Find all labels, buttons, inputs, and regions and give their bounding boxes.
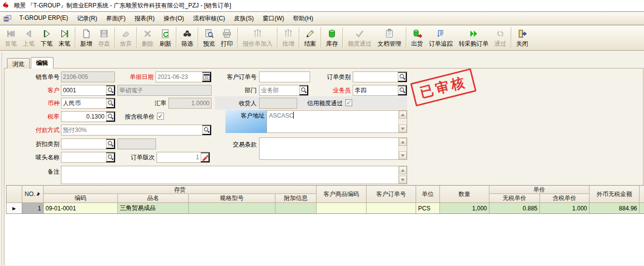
cell-spec[interactable] [189, 203, 275, 214]
tax-incl-checkbox[interactable] [157, 113, 164, 120]
payment-field[interactable] [61, 125, 212, 135]
salesman-input[interactable] [353, 85, 398, 95]
credit-pass-checkbox[interactable] [345, 99, 352, 106]
order-type-lookup-button[interactable] [398, 72, 407, 82]
salesman-field[interactable] [353, 85, 407, 96]
col-header-cust-order[interactable]: 客户订单号 [367, 186, 416, 203]
toolbar-button-inventory[interactable]: 库存 [323, 26, 341, 49]
tab-browse[interactable]: 浏览 [7, 58, 30, 68]
col-header-code[interactable]: 编码 [44, 194, 118, 203]
menu-item-2[interactable]: 界面(F) [102, 12, 130, 25]
cell-fc-amount[interactable]: 884.96 [590, 203, 640, 214]
cust-order-no-input[interactable] [260, 72, 310, 82]
cell-cust-order[interactable] [367, 203, 416, 214]
tax-rate-lookup-button[interactable] [106, 112, 115, 122]
menu-item-3[interactable]: 报表(R) [130, 12, 159, 25]
col-header-spec[interactable]: 规格型号 [189, 194, 275, 203]
cell-name[interactable]: 三角贸易成品 [118, 203, 189, 214]
order-type-input[interactable] [353, 72, 398, 82]
tax-rate-input[interactable] [61, 112, 106, 122]
menu-item-5[interactable]: 流程审核(C) [188, 12, 229, 25]
mark-name-lookup-button[interactable] [106, 152, 115, 162]
menu-item-4[interactable]: 操作(O) [159, 12, 188, 25]
toolbar-button-preview[interactable]: 预览 [200, 26, 218, 49]
menu-item-6[interactable]: 皮肤(S) [229, 12, 258, 25]
customer-code-field[interactable] [61, 85, 115, 96]
cust-addr-field[interactable]: ASCASC [267, 110, 407, 133]
cell-extra[interactable] [275, 203, 317, 214]
scroll-down-button[interactable] [399, 125, 407, 133]
col-header-fc-amount[interactable]: 外币无税金额 [590, 186, 640, 203]
cell-price-no-tax[interactable]: 0.885 [489, 203, 540, 214]
discount-type-input[interactable] [61, 139, 106, 149]
discount-lookup-button[interactable] [106, 139, 115, 149]
cell-unit[interactable]: PCS [416, 203, 440, 214]
col-header-price-no-tax[interactable]: 无税单价 [489, 194, 540, 203]
cell-price-tax[interactable]: 1.000 [540, 203, 590, 214]
trade-terms-text[interactable] [260, 138, 398, 159]
dept-field[interactable] [259, 85, 309, 96]
scroll-down-button[interactable] [399, 151, 407, 159]
col-header-price-tax[interactable]: 含税单价 [540, 194, 590, 203]
order-ver-input[interactable] [157, 152, 201, 162]
currency-lookup-button[interactable] [106, 98, 115, 108]
row-selector-cell[interactable]: ▶ [6, 203, 22, 214]
toolbar-button-next[interactable]: 下笔 [38, 26, 55, 49]
col-header-qty[interactable]: 数量 [440, 186, 489, 203]
menu-item-8[interactable]: 帮助(H) [288, 12, 318, 25]
customer-code-input[interactable] [61, 85, 106, 95]
cell-code[interactable]: 09-01-0001 [44, 203, 118, 214]
order-ver-field[interactable] [157, 152, 210, 163]
menu-item-7[interactable]: 窗口(W) [258, 12, 288, 25]
cust-order-no-field[interactable] [259, 71, 310, 82]
calendar-button[interactable]: 31 [202, 72, 211, 82]
menu-item-1[interactable]: 记录(R) [72, 12, 102, 25]
dept-input[interactable] [260, 85, 299, 95]
cell-qty[interactable]: 1,000 [440, 203, 489, 214]
cust-addr-text[interactable]: ASCASC [267, 111, 398, 133]
customer-lookup-button[interactable] [106, 85, 115, 95]
col-header-cust-code[interactable]: 客户商品编码 [317, 186, 367, 203]
toolbar-button-new[interactable]: 新增 [77, 26, 95, 49]
toolbar-separator [176, 27, 177, 48]
remarks-field[interactable] [61, 166, 407, 184]
scroll-down-button[interactable] [399, 176, 407, 184]
mark-name-input[interactable] [61, 152, 106, 162]
toolbar-button-close-case[interactable]: 结案 [301, 26, 319, 49]
payment-input[interactable] [61, 125, 202, 135]
discount-type-field[interactable] [61, 138, 115, 149]
currency-input[interactable] [61, 98, 106, 108]
toolbar-button-ship[interactable]: 出货 [408, 26, 426, 49]
doc-date-field[interactable]: 31 [156, 71, 212, 82]
col-header-no[interactable]: NO. [22, 186, 44, 203]
salesman-lookup-button[interactable] [398, 85, 407, 95]
cell-no[interactable]: 1 [22, 203, 44, 214]
tab-edit[interactable]: 编辑 [31, 57, 54, 68]
toolbar-button-doc-manage[interactable]: 文档管理 [375, 26, 404, 49]
col-header-name[interactable]: 品名 [118, 194, 189, 203]
toolbar-button-last[interactable]: 末笔 [55, 26, 73, 49]
payment-lookup-button[interactable] [202, 125, 211, 135]
scroll-up-button[interactable] [399, 166, 407, 174]
cell-cust-code[interactable] [317, 203, 367, 214]
col-header-extra[interactable]: 附加信息 [275, 194, 317, 203]
order-type-field[interactable] [353, 71, 407, 82]
tax-rate-field[interactable] [61, 111, 115, 122]
menu-item-0[interactable]: T-GROUP ERP(E) [15, 12, 72, 25]
toolbar-button-close[interactable]: 关闭 [513, 26, 531, 49]
remarks-text[interactable] [61, 166, 398, 184]
col-header-unit[interactable]: 单位 [416, 186, 440, 203]
toolbar-button-print[interactable]: 打印 [218, 26, 236, 49]
dept-lookup-button[interactable] [299, 85, 308, 95]
order-ver-edit-button[interactable] [201, 152, 210, 162]
toolbar-button-refresh[interactable]: 刷新 [157, 26, 174, 49]
toolbar-button-filter[interactable]: 筛选 [178, 26, 196, 49]
scroll-up-button[interactable] [399, 111, 407, 119]
doc-date-input[interactable] [156, 72, 202, 82]
toolbar-button-to-purchase[interactable]: 转采购订单 [456, 26, 491, 49]
toolbar-button-order-track[interactable]: 订单追踪 [426, 26, 456, 49]
mark-name-field[interactable] [61, 152, 115, 163]
trade-terms-field[interactable] [259, 137, 407, 160]
currency-field[interactable] [61, 98, 115, 109]
scroll-up-button[interactable] [399, 138, 407, 146]
